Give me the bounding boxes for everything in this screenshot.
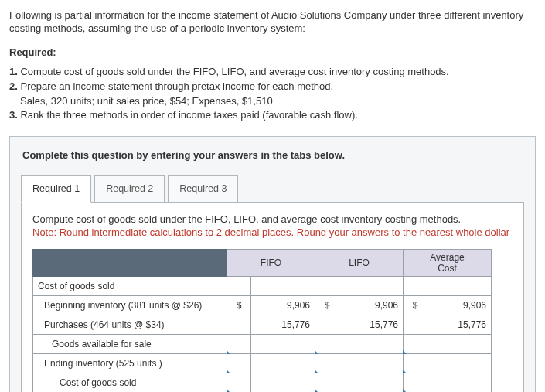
cell[interactable] [404, 335, 427, 354]
panel-note: Note: Round intermediate calculations to… [32, 227, 513, 238]
req-2-text: Prepare an income statement through pret… [20, 80, 333, 92]
row-end-inv: Ending inventory (525 units ) [33, 354, 227, 373]
cell[interactable] [251, 277, 315, 296]
col-avg: Average Cost [404, 250, 492, 277]
cell[interactable] [427, 277, 492, 296]
row-cogs-header: Cost of goods sold [33, 277, 227, 296]
cell-beg-avg[interactable]: 9,906 [427, 296, 492, 315]
row-gafs: Goods available for sale [33, 335, 227, 354]
cell[interactable] [427, 354, 492, 373]
cell[interactable] [227, 315, 251, 335]
cell-currency[interactable]: $ [404, 296, 427, 315]
requirement-2-sub: Sales, 320 units; unit sales price, $54;… [20, 95, 536, 108]
cell-currency[interactable]: $ [315, 296, 339, 315]
req-1-text: Compute cost of goods sold under the FIF… [20, 66, 448, 77]
panel-instruction: Compute cost of goods sold under the FIF… [32, 213, 513, 225]
cell[interactable] [339, 354, 404, 373]
cell[interactable] [315, 315, 339, 335]
table-row: Cost of goods sold [33, 373, 492, 392]
cell[interactable] [427, 335, 492, 354]
row-purchases: Purchases (464 units @ $34) [33, 315, 227, 335]
cell[interactable] [339, 277, 404, 296]
cell-beg-lifo[interactable]: 9,906 [339, 296, 404, 315]
question-box: Complete this question by entering your … [9, 136, 536, 392]
cell-beg-fifo[interactable]: 9,906 [251, 296, 315, 315]
cell[interactable] [227, 335, 251, 354]
cell[interactable] [404, 277, 427, 296]
corner-cell [33, 250, 227, 277]
cell-currency[interactable]: $ [227, 296, 251, 315]
cell-pur-lifo[interactable]: 15,776 [339, 315, 404, 335]
cell[interactable] [315, 354, 339, 373]
tab-required-2[interactable]: Required 2 [94, 175, 165, 203]
cell[interactable] [315, 373, 339, 392]
cell[interactable] [251, 335, 315, 354]
table-row: Beginning inventory (381 units @ $26) $ … [33, 296, 492, 315]
tab-required-1[interactable]: Required 1 [21, 175, 91, 203]
req-3-text: Rank the three methods in order of incom… [20, 109, 357, 121]
avg-line2: Cost [438, 263, 457, 274]
avg-line1: Average [430, 252, 464, 263]
cell[interactable] [404, 354, 427, 373]
requirement-2: 2. Prepare an income statement through p… [9, 80, 536, 94]
cell[interactable] [251, 373, 315, 392]
cell[interactable] [315, 277, 339, 296]
cell[interactable] [227, 354, 251, 373]
cell[interactable] [251, 354, 315, 373]
cell[interactable] [339, 373, 404, 392]
cell[interactable] [339, 335, 404, 354]
table-row: Purchases (464 units @ $34) 15,776 15,77… [33, 315, 492, 335]
required-heading: Required: [9, 46, 536, 58]
table-row: Ending inventory (525 units ) [33, 354, 492, 373]
intro-text: Following is partial information for the… [9, 9, 536, 36]
req-1-num: 1. [9, 66, 18, 77]
tab-panel: Compute cost of goods sold under the FIF… [21, 202, 524, 392]
cell[interactable] [227, 373, 251, 392]
cell[interactable] [404, 373, 427, 392]
cell[interactable] [404, 315, 427, 335]
cogs-table: FIFO LIFO Average Cost Cost of goods sol… [32, 249, 492, 392]
col-fifo: FIFO [227, 250, 315, 277]
requirement-1: 1. Compute cost of goods sold under the … [9, 66, 536, 79]
complete-banner: Complete this question by entering your … [21, 146, 524, 175]
req-3-num: 3. [9, 109, 18, 121]
row-cogs: Cost of goods sold [33, 373, 227, 392]
row-beg-inv: Beginning inventory (381 units @ $26) [33, 296, 227, 315]
cell[interactable] [227, 277, 251, 296]
cell[interactable] [315, 335, 339, 354]
cell-pur-avg[interactable]: 15,776 [427, 315, 492, 335]
requirement-3: 3. Rank the three methods in order of in… [9, 109, 536, 122]
tab-bar: Required 1 Required 2 Required 3 [21, 175, 524, 203]
table-row: Cost of goods sold [33, 277, 492, 296]
table-row: Goods available for sale [33, 335, 492, 354]
col-lifo: LIFO [315, 250, 404, 277]
header-row: FIFO LIFO Average Cost [33, 250, 492, 277]
requirements-list: 1. Compute cost of goods sold under the … [9, 66, 536, 123]
req-2-num: 2. [9, 80, 18, 92]
cell-pur-fifo[interactable]: 15,776 [251, 315, 315, 335]
tab-required-3[interactable]: Required 3 [168, 175, 238, 203]
cell[interactable] [427, 373, 492, 392]
